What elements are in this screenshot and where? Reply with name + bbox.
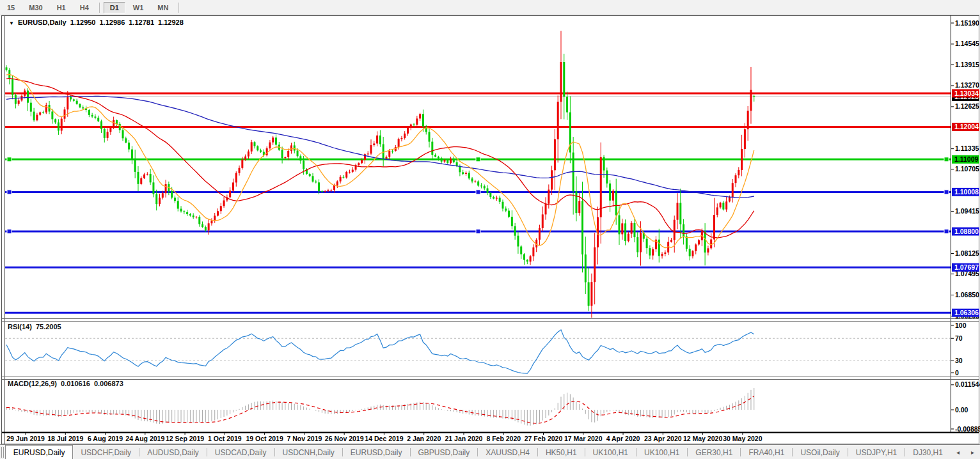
date-tick-label: 4 Apr 2020: [606, 435, 640, 442]
timeframe-button-h4[interactable]: H4: [74, 2, 95, 13]
line-handle[interactable]: [944, 157, 949, 162]
tab-bar-grip: [1, 447, 4, 458]
svg-text:1.11009: 1.11009: [954, 155, 979, 163]
ohlc-low: 1.12781: [129, 19, 154, 26]
svg-text:1.12625: 1.12625: [955, 102, 979, 110]
date-tick-label: 19 Oct 2019: [246, 435, 283, 442]
rsi-name: RSI(14): [8, 323, 32, 331]
chart-tab-15-dj30-h1[interactable]: DJ30,H1: [905, 445, 951, 459]
rsi-indicator-label: RSI(14)75.2005: [8, 323, 65, 331]
line-handle[interactable]: [944, 230, 949, 234]
chart-tab-11-ger30-h1[interactable]: GER30,H1: [688, 445, 740, 459]
svg-text:70: 70: [955, 334, 963, 342]
macd-signal-value: 0.006873: [94, 380, 123, 387]
svg-text:1.14545: 1.14545: [955, 40, 979, 47]
timeframe-button-mn[interactable]: MN: [151, 2, 175, 13]
toolbar-separator: [99, 3, 100, 13]
chart-tab-13-usoil-daily[interactable]: USOil,Daily: [793, 445, 847, 459]
chart-tab-0-eurusd-daily[interactable]: EURUSD,Daily: [5, 445, 74, 459]
line-handle[interactable]: [476, 157, 480, 162]
price-badge-1.12004: 1.12004: [952, 123, 979, 131]
date-tick-label: 12 May 2020: [683, 435, 722, 442]
svg-text:1.15190: 1.15190: [955, 19, 979, 27]
date-tick-label: 21 Jan 2020: [445, 435, 482, 442]
svg-text:0.011544: 0.011544: [955, 380, 980, 388]
chart-tab-7-xauusd-h4[interactable]: XAUUSD,H4: [478, 445, 537, 459]
line-handle[interactable]: [944, 190, 949, 194]
timeframe-button-15[interactable]: 15: [1, 2, 21, 13]
price-badge-1.13034: 1.13034: [952, 89, 979, 98]
date-tick-label: 17 Mar 2020: [564, 435, 603, 442]
svg-text:1.08125: 1.08125: [955, 249, 979, 257]
date-tick-label: 8 Feb 2020: [486, 435, 521, 442]
chart-tab-bar: EURUSD,DailyUSDCHF,DailyAUDUSD,DailyUSDC…: [0, 444, 980, 459]
line-handle[interactable]: [7, 190, 12, 194]
date-tick-label: 27 Feb 2020: [525, 435, 563, 442]
chart-title: ▼EURUSD,Daily1.129501.129861.127811.1292…: [9, 19, 187, 26]
chart-tab-1-usdchf-daily[interactable]: USDCHF,Daily: [73, 445, 139, 459]
tab-scroll-left-icon[interactable]: ◂: [951, 449, 965, 456]
chart-tab-6-gbpusd-daily[interactable]: GBPUSD,Daily: [411, 445, 478, 459]
chart-tab-2-audusd-daily[interactable]: AUDUSD,Daily: [139, 445, 207, 459]
timeframe-toolbar: 15M30H1H4D1W1MN: [0, 0, 980, 15]
chart-tab-14-usdjpy-h1[interactable]: USDJPY,H1: [848, 445, 905, 459]
line-handle[interactable]: [7, 157, 12, 162]
svg-text:1.13915: 1.13915: [955, 61, 979, 68]
price-badge-1.07697: 1.07697: [952, 263, 979, 272]
price-badge-1.06306: 1.06306: [952, 309, 979, 317]
svg-text:1.13034: 1.13034: [954, 89, 979, 97]
svg-text:1.10705: 1.10705: [955, 165, 979, 173]
svg-text:1.10008: 1.10008: [954, 188, 979, 196]
price-badge-1.08800: 1.08800: [952, 228, 979, 236]
date-tick-label: 12 Sep 2019: [166, 435, 204, 442]
svg-text:1.06850: 1.06850: [955, 291, 979, 299]
chart-tab-5-eurusd-daily[interactable]: EURUSD,Daily: [343, 445, 410, 459]
ohlc-high: 1.12986: [99, 19, 125, 26]
ohlc-open: 1.12950: [70, 19, 96, 26]
svg-text:1.12004: 1.12004: [954, 123, 979, 130]
date-tick-label: 14 Dec 2019: [365, 435, 403, 442]
timeframe-button-h1[interactable]: H1: [51, 2, 72, 13]
chart-tab-8-hk50-h1[interactable]: HK50,H1: [538, 445, 585, 459]
line-handle[interactable]: [7, 230, 12, 234]
symbol-dropdown-icon[interactable]: ▼: [9, 20, 14, 26]
date-tick-label: 2 Jan 2020: [407, 435, 441, 442]
price-badge-1.11009: 1.11009: [952, 155, 979, 164]
date-tick-label: 29 Jun 2019: [6, 435, 45, 442]
tabs-container: EURUSD,DailyUSDCHF,DailyAUDUSD,DailyUSDC…: [5, 445, 951, 459]
chart-tab-3-usdcad-daily[interactable]: USDCAD,Daily: [207, 445, 274, 459]
svg-text:1.08800: 1.08800: [954, 228, 979, 235]
chart-tab-4-usdcnh-daily[interactable]: USDCNH,Daily: [275, 445, 342, 459]
date-tick-label: 24 Aug 2019: [125, 435, 164, 442]
macd-indicator-label: MACD(12,26,9)0.0106160.006873: [8, 380, 127, 387]
date-tick-label: 6 Aug 2019: [88, 435, 123, 442]
chart-tab-9-uk100-h1[interactable]: UK100,H1: [585, 445, 636, 459]
svg-text:-0.008858: -0.008858: [955, 425, 980, 433]
svg-text:1.07697: 1.07697: [954, 263, 979, 271]
svg-text:1.11335: 1.11335: [955, 144, 979, 152]
timeframe-button-d1[interactable]: D1: [104, 2, 125, 13]
svg-text:0: 0: [955, 369, 959, 377]
svg-text:1.06306: 1.06306: [954, 309, 979, 316]
svg-text:1.09415: 1.09415: [955, 207, 979, 215]
date-tick-label: 23 Apr 2020: [644, 435, 682, 442]
tab-scroll-right-icon[interactable]: ▸: [965, 449, 980, 456]
chart-canvas: 1.151901.145451.139151.132701.126251.113…: [0, 0, 980, 459]
date-tick-label: 26 Nov 2019: [325, 435, 364, 442]
macd-name: MACD(12,26,9): [8, 380, 57, 387]
date-tick-label: 18 Jul 2019: [47, 435, 83, 442]
toolbar-separator: [178, 3, 179, 13]
symbol-label: EURUSD,Daily: [18, 19, 67, 26]
svg-text:1.13270: 1.13270: [955, 81, 979, 89]
line-handle[interactable]: [476, 190, 480, 194]
date-tick-label: 7 Nov 2019: [287, 435, 322, 442]
macd-main-value: 0.010616: [61, 380, 90, 387]
chart-tab-10-uk100-h1[interactable]: UK100,H1: [636, 445, 687, 459]
timeframe-button-m30[interactable]: M30: [22, 2, 49, 13]
timeframe-button-w1[interactable]: W1: [127, 2, 150, 13]
line-handle[interactable]: [476, 230, 480, 234]
tab-scroll-controls: ◂ ▸: [951, 445, 980, 459]
chart-tab-12-fra40-h1[interactable]: FRA40,H1: [741, 445, 792, 459]
chart-window-frame: [2, 15, 979, 444]
price-badge-1.10008: 1.10008: [952, 188, 979, 196]
